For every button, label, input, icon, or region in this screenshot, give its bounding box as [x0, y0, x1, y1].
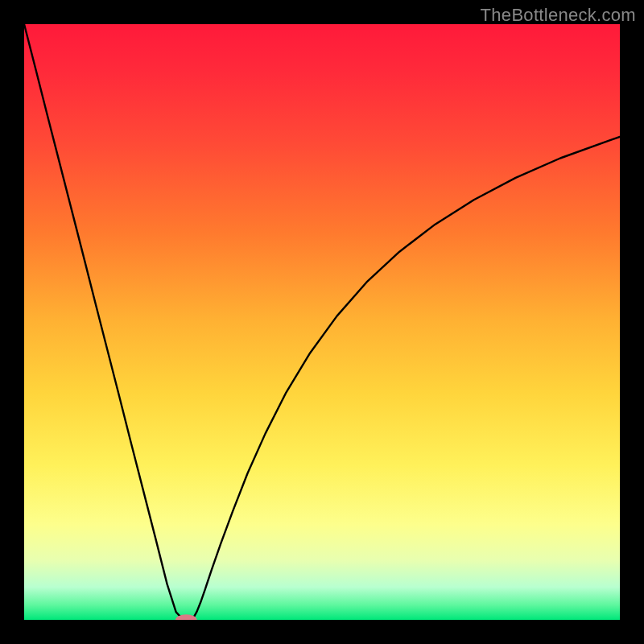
bottleneck-chart: [24, 24, 620, 620]
chart-frame: TheBottleneck.com: [0, 0, 644, 644]
plot-area: [24, 24, 620, 620]
gradient-background: [24, 24, 620, 620]
watermark-text: TheBottleneck.com: [481, 5, 636, 26]
